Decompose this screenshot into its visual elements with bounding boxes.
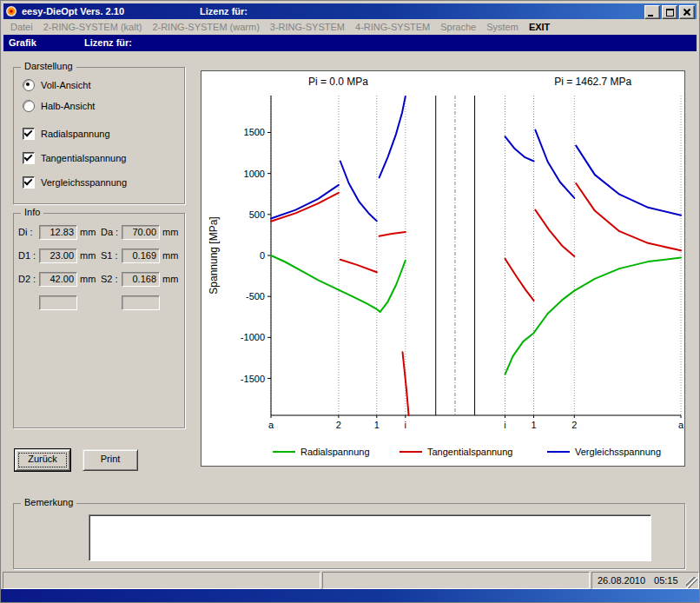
checkbox-vergleichsspannung[interactable] bbox=[23, 176, 35, 189]
chart-ylabel: Spannung [MPa] bbox=[208, 216, 220, 294]
checkbox-tangentialspannung[interactable] bbox=[23, 152, 35, 164]
unit-label: mm bbox=[80, 250, 96, 261]
radio-group: Voll-AnsichtHalb-Ansicht bbox=[23, 78, 95, 120]
series-tangentialspannung bbox=[380, 232, 406, 236]
series-vergleichsspannung bbox=[340, 162, 377, 222]
menu-item-system[interactable]: System bbox=[481, 20, 524, 34]
svg-text:2: 2 bbox=[571, 420, 577, 430]
svg-text:i: i bbox=[504, 420, 505, 430]
status-time: 05:15 bbox=[654, 575, 678, 586]
series-vergleichsspannung bbox=[271, 185, 339, 219]
radio-voll-ansicht-label: Voll-Ansicht bbox=[41, 80, 90, 90]
menu-item-4-ring-system[interactable]: 4-RING-SYSTEM bbox=[350, 20, 435, 34]
info-groupbox: Info Di :12.83mmDa :70.00mmD1 :23.00mmS1… bbox=[13, 213, 185, 428]
legend-label-tangentialspannung: Tangentialspannung bbox=[427, 447, 512, 457]
svg-text:-500: -500 bbox=[246, 291, 265, 302]
titlebar-license-label: Lizenz für: bbox=[200, 6, 248, 17]
svg-text:-1500: -1500 bbox=[241, 374, 265, 384]
series-vergleichsspannung bbox=[505, 136, 534, 161]
unit-label: mm bbox=[162, 274, 178, 284]
unit-label: mm bbox=[162, 250, 178, 261]
svg-text:500: 500 bbox=[249, 209, 265, 220]
info-field-da[interactable]: 70.00 bbox=[122, 225, 160, 240]
print-button[interactable]: Print bbox=[83, 449, 138, 471]
legend-label-radialspannung: Radialspannung bbox=[300, 447, 370, 457]
maximize-icon bbox=[666, 9, 674, 17]
series-tangentialspannung bbox=[505, 259, 534, 301]
chart-title-left: Pi = 0.0 MPa bbox=[308, 76, 368, 88]
svg-text:1500: 1500 bbox=[244, 127, 265, 137]
svg-text:i: i bbox=[405, 420, 406, 430]
bemerkung-textarea[interactable] bbox=[89, 514, 651, 561]
svg-text:1: 1 bbox=[531, 420, 536, 430]
window-title: eesy-DieOpt Vers. 2.10 bbox=[22, 6, 124, 17]
back-button[interactable]: Zurück bbox=[15, 449, 70, 471]
radio-halb-ansicht[interactable] bbox=[23, 100, 35, 112]
menu-item-datei[interactable]: Datei bbox=[5, 20, 38, 34]
chart-title-right: Pi = 1462.7 MPa bbox=[554, 76, 631, 88]
series-tangentialspannung bbox=[576, 183, 681, 250]
radio-voll-ansicht[interactable] bbox=[23, 79, 35, 91]
info-row: Di :12.83mmDa :70.00mm bbox=[18, 224, 182, 240]
info-row: D1 :23.00mmS1 :0.169mm bbox=[18, 248, 182, 263]
info-field-s2[interactable]: 0.168 bbox=[122, 272, 160, 287]
info-extra-field-1[interactable] bbox=[39, 295, 77, 310]
checkbox-radialspannung-row: Radialspannung bbox=[23, 127, 127, 141]
series-vergleichsspannung bbox=[380, 96, 406, 177]
svg-text:0: 0 bbox=[260, 250, 265, 261]
info-label-d2: D2 : bbox=[18, 274, 39, 284]
status-bar: 26.08.2010 05:15 bbox=[3, 572, 697, 589]
info-field-d2[interactable]: 42.00 bbox=[39, 272, 77, 287]
info-field-d1[interactable]: 23.00 bbox=[39, 248, 77, 263]
menu-item-sprache[interactable]: Sprache bbox=[435, 20, 481, 34]
status-panel-datetime: 26.08.2010 05:15 bbox=[591, 572, 699, 589]
checkbox-tangentialspannung-row: Tangentialspannung bbox=[23, 151, 127, 165]
minimize-button[interactable] bbox=[644, 5, 660, 19]
app-window: eesy-DieOpt Vers. 2.10 Lizenz für: Datei… bbox=[0, 0, 700, 603]
series-tangentialspannung bbox=[271, 193, 339, 222]
checkbox-radialspannung-label: Radialspannung bbox=[41, 129, 110, 139]
series-tangentialspannung bbox=[340, 260, 377, 273]
close-icon bbox=[683, 9, 690, 16]
svg-text:a: a bbox=[268, 420, 274, 430]
radio-halb-ansicht-label: Halb-Ansicht bbox=[41, 101, 95, 111]
menu-item-2-ring-system-kalt[interactable]: 2-RING-SYSTEM (kalt) bbox=[38, 20, 148, 34]
unit-label: mm bbox=[162, 227, 178, 237]
info-label-di: Di : bbox=[18, 227, 39, 237]
resize-grip[interactable] bbox=[686, 577, 697, 588]
info-field-di[interactable]: 12.83 bbox=[39, 225, 77, 240]
info-label-d1: D1 : bbox=[18, 250, 39, 261]
sub-header: Grafik Lizenz für: bbox=[3, 35, 697, 51]
info-title: Info bbox=[21, 207, 43, 217]
info-row: D2 :42.00mmS2 :0.168mm bbox=[18, 271, 182, 287]
maximize-button[interactable] bbox=[662, 5, 677, 19]
bottom-frame bbox=[1, 589, 699, 602]
status-panel-2 bbox=[322, 572, 590, 589]
checkbox-radialspannung[interactable] bbox=[23, 128, 35, 140]
series-radialspannung bbox=[505, 257, 682, 374]
menu-item-3-ring-system[interactable]: 3-RING-SYSTEM bbox=[265, 20, 350, 34]
darstellung-title: Darstellung bbox=[21, 61, 76, 71]
bemerkung-groupbox: Bemerkung bbox=[13, 503, 685, 569]
status-panel-1 bbox=[3, 572, 320, 589]
window-controls bbox=[644, 5, 695, 19]
svg-text:1000: 1000 bbox=[244, 169, 265, 179]
menu-item-2-ring-system-warm[interactable]: 2-RING-SYSTEM (warm) bbox=[147, 20, 264, 34]
view-title: Grafik bbox=[9, 37, 36, 48]
chart-panel: a21ii12a150010005000-500-1000-1500Pi = 0… bbox=[201, 70, 685, 467]
checkbox-group: RadialspannungTangentialspannungVergleic… bbox=[23, 127, 127, 200]
series-tangentialspannung bbox=[535, 210, 574, 256]
menu-item-exit[interactable]: EXIT bbox=[524, 20, 555, 34]
subheader-license-label: Lizenz für: bbox=[84, 37, 132, 48]
title-bar: eesy-DieOpt Vers. 2.10 Lizenz für: bbox=[3, 3, 697, 19]
info-extra-field-2[interactable] bbox=[122, 295, 160, 310]
info-label-da: Da : bbox=[101, 227, 122, 237]
svg-text:a: a bbox=[678, 420, 684, 430]
svg-text:2: 2 bbox=[336, 420, 341, 430]
minimize-icon bbox=[648, 15, 653, 17]
close-button[interactable] bbox=[679, 5, 695, 19]
darstellung-groupbox: Darstellung Voll-AnsichtHalb-Ansicht Rad… bbox=[13, 67, 185, 204]
radio-voll-ansicht-row: Voll-Ansicht bbox=[23, 78, 95, 92]
checkbox-vergleichsspannung-row: Vergleichsspannung bbox=[23, 176, 127, 189]
info-field-s1[interactable]: 0.169 bbox=[122, 248, 160, 263]
